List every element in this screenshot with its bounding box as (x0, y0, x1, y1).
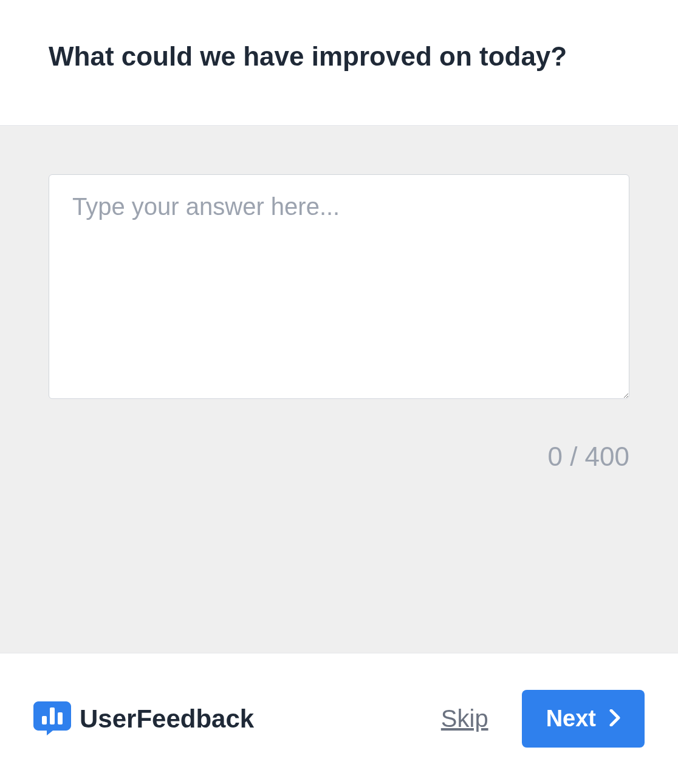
brand-name: UserFeedback (80, 704, 254, 734)
svg-rect-1 (50, 707, 55, 724)
skip-button[interactable]: Skip (441, 705, 488, 732)
answer-textarea[interactable] (49, 174, 629, 399)
question-section: What could we have improved on today? (0, 0, 678, 126)
answer-section: 0 / 400 (0, 126, 678, 653)
brand: UserFeedback (33, 699, 254, 739)
footer-section: UserFeedback Skip Next (0, 653, 678, 784)
char-counter: 0 / 400 (49, 441, 629, 472)
svg-rect-2 (58, 712, 63, 724)
svg-rect-0 (42, 716, 47, 724)
footer-actions: Skip Next (441, 690, 645, 748)
next-button-label: Next (546, 706, 596, 732)
userfeedback-logo-icon (33, 699, 71, 739)
chevron-right-icon (609, 706, 620, 732)
next-button[interactable]: Next (522, 690, 645, 748)
question-title: What could we have improved on today? (49, 36, 629, 77)
